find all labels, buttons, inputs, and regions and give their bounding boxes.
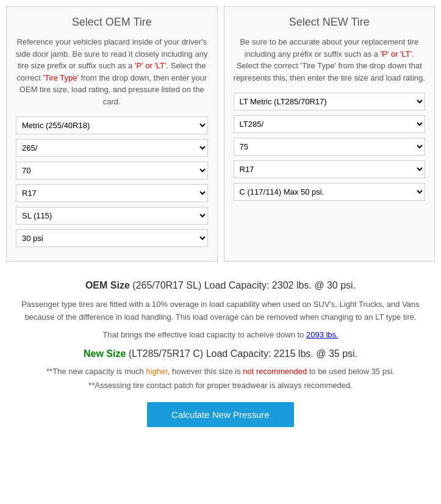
oem-aspect-select[interactable]: 70 65 75 (16, 162, 208, 179)
results-section: OEM Size (265/70R17 SL) Load Capacity: 2… (6, 274, 435, 433)
oem-result-label: OEM Size (85, 280, 130, 290)
warning2-content: **Assessing tire contact patch for prope… (88, 381, 353, 390)
new-panel-description: Be sure to be accurate about your replac… (234, 36, 426, 84)
new-desc-highlight1: 'P' or 'LT' (381, 49, 412, 59)
oem-type-select[interactable]: Metric (255/40R18) Metric (255/40R18) (16, 117, 208, 134)
new-aspect-select[interactable]: 75 70 65 (234, 138, 426, 156)
oem-panel: Select OEM Tire Reference your vehicles … (6, 6, 218, 262)
new-panel: Select NEW Tire Be sure to be accurate a… (224, 6, 436, 262)
effective-load-text: That brings the effective load capacity … (18, 330, 423, 339)
warning-text-2: **Assessing tire contact patch for prope… (18, 381, 423, 390)
effective-load-prefix: That brings the effective load capacity … (102, 330, 306, 339)
oem-panel-description: Reference your vehicles placard inside o… (16, 36, 208, 107)
oem-result: OEM Size (265/70R17 SL) Load Capacity: 2… (18, 280, 423, 291)
new-result: New Size (LT285/75R17 C) Load Capacity: … (18, 348, 423, 359)
new-rim-select[interactable]: R17 R16 R18 (234, 160, 426, 178)
warning-text-1: **The new capacity is much higher, howev… (18, 367, 423, 376)
oem-desc-highlight2: 'Tire Type' (43, 73, 79, 82)
info-text-content: Passenger type tires are fitted with a 1… (21, 300, 420, 322)
warning1-mid: , however this size is (168, 367, 243, 376)
new-result-label: New Size (84, 348, 126, 359)
oem-desc-highlight1: 'P' or 'LT' (135, 61, 167, 70)
new-panel-title: Select NEW Tire (234, 16, 426, 29)
effective-load-link[interactable]: 2093 lbs. (306, 330, 339, 339)
oem-panel-title: Select OEM Tire (16, 16, 208, 29)
oem-pressure-select[interactable]: 30 psi 32 psi 35 psi (16, 229, 208, 247)
oem-width-select[interactable]: 265/ 255/ 275/ (16, 139, 208, 157)
warning1-suffix: to be used below 35 psi. (307, 367, 395, 376)
oem-load-select[interactable]: SL (115) XL (116) (16, 207, 208, 225)
oem-result-detail: (265/70R17 SL) Load Capacity: 2302 lbs. … (132, 280, 356, 290)
warning1-prefix: **The new capacity is much (46, 367, 146, 376)
new-load-select[interactable]: C (117/114) Max 50 psi. D (121/118) E (1… (234, 183, 426, 201)
top-panels: Select OEM Tire Reference your vehicles … (6, 6, 435, 262)
new-result-detail: (LT285/75R17 C) Load Capacity: 2215 lbs.… (129, 348, 357, 359)
warning1-orange: higher (146, 367, 167, 376)
oem-rim-select[interactable]: R17 R16 R18 (16, 184, 208, 202)
new-type-select[interactable]: LT Metric (LT285/70R17) Metric (234, 93, 426, 110)
info-text: Passenger type tires are fitted with a 1… (18, 298, 423, 324)
new-width-select[interactable]: LT285/ LT265/ LT275/ (234, 115, 426, 133)
warning1-red: not recommended (243, 367, 307, 376)
calculate-button[interactable]: Calculate New Pressure (147, 402, 294, 427)
